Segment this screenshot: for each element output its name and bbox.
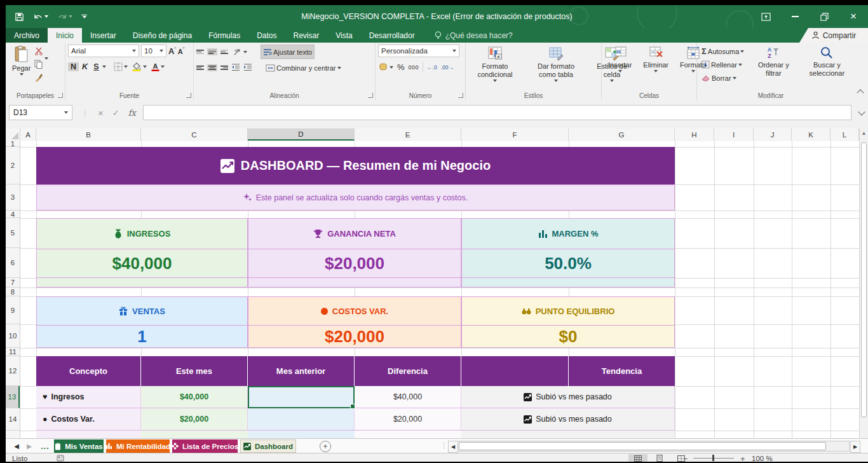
row-header-5[interactable]: 5 bbox=[6, 218, 20, 248]
bold-button[interactable]: N bbox=[68, 62, 79, 71]
horizontal-scroll-thumb[interactable] bbox=[459, 442, 826, 450]
font-size-select[interactable]: 10 bbox=[141, 45, 166, 57]
borders-button[interactable] bbox=[112, 60, 130, 73]
align-left-button[interactable] bbox=[196, 66, 204, 70]
redo-dropdown-caret[interactable] bbox=[69, 15, 72, 18]
expand-formula-bar-button[interactable] bbox=[858, 108, 865, 115]
normal-view-button[interactable] bbox=[628, 454, 648, 462]
row-header-4[interactable]: 4 bbox=[6, 211, 20, 218]
redo-button[interactable] bbox=[57, 13, 72, 21]
decrease-font-button[interactable]: Aˇ bbox=[178, 47, 184, 55]
undo-dropdown-caret[interactable] bbox=[44, 15, 48, 18]
clear-button[interactable]: Borrar bbox=[700, 71, 746, 85]
format-painter-button[interactable] bbox=[34, 73, 48, 85]
column-header-i[interactable]: I bbox=[714, 128, 754, 141]
row-header-14[interactable]: 14 bbox=[6, 408, 20, 431]
new-sheet-button[interactable]: + bbox=[320, 441, 331, 452]
collapse-ribbon-button[interactable] bbox=[857, 89, 864, 96]
table-row-ingresos-difference[interactable]: $40,000 bbox=[355, 386, 461, 408]
sheet-tab-mis-ventas[interactable]: Mis Ventas bbox=[54, 439, 104, 453]
decrease-indent-button[interactable] bbox=[231, 62, 240, 74]
merge-center-button[interactable]: Combinar y centrar bbox=[264, 61, 343, 74]
sheet-nav-left[interactable]: ◀ bbox=[11, 439, 22, 453]
minimize-button[interactable] bbox=[780, 5, 810, 28]
row-header-13[interactable]: 13 bbox=[6, 386, 20, 408]
column-header-k[interactable]: K bbox=[792, 128, 831, 141]
tab-datos[interactable]: Datos bbox=[248, 28, 285, 43]
undo-button[interactable] bbox=[33, 13, 48, 21]
sheet-tab-dashboard[interactable]: Dashboard bbox=[240, 439, 296, 453]
table-row-ingresos-this-month[interactable]: $40,000 bbox=[141, 386, 248, 408]
percent-style-button[interactable]: % bbox=[397, 62, 405, 72]
cancel-formula-button[interactable]: × bbox=[98, 107, 104, 118]
table-row-ingresos-trend[interactable]: Subió vs mes pasado bbox=[461, 386, 675, 408]
increase-font-button[interactable]: Aˆ bbox=[168, 46, 176, 56]
fill-handle[interactable] bbox=[350, 404, 355, 409]
sheet-nav-right[interactable]: ▶ bbox=[24, 439, 35, 453]
enter-formula-button[interactable]: ✓ bbox=[112, 108, 119, 118]
column-header-j[interactable]: J bbox=[754, 128, 792, 141]
zoom-in-button[interactable]: + bbox=[740, 454, 745, 462]
underline-caret[interactable] bbox=[102, 66, 106, 68]
column-header-g[interactable]: G bbox=[569, 128, 675, 141]
align-center-button[interactable] bbox=[207, 64, 217, 71]
clipboard-dialog-launcher[interactable] bbox=[58, 93, 63, 98]
column-header-d[interactable]: D bbox=[248, 128, 355, 141]
font-color-button[interactable]: A bbox=[149, 60, 166, 73]
table-row-costos-trend[interactable]: Subió vs mes pasado bbox=[461, 408, 675, 431]
tab-vista[interactable]: Vista bbox=[327, 28, 360, 43]
restore-button[interactable] bbox=[810, 5, 839, 28]
hscroll-right-arrow[interactable]: ▶ bbox=[850, 441, 860, 453]
align-right-button[interactable] bbox=[220, 66, 228, 70]
row-header-10[interactable]: 10 bbox=[6, 324, 20, 348]
insert-function-button[interactable]: fx bbox=[128, 108, 136, 118]
scroll-up-arrow[interactable]: ▲ bbox=[860, 128, 868, 139]
zoom-slider-thumb[interactable] bbox=[712, 455, 714, 461]
underline-button[interactable]: S bbox=[91, 62, 102, 71]
wrap-text-button[interactable]: Ajustar texto bbox=[261, 45, 315, 59]
row-header-1[interactable]: 1 bbox=[6, 141, 20, 147]
tab-archivo[interactable]: Archivo bbox=[6, 28, 48, 43]
increase-decimal-button[interactable]: ←.0 bbox=[427, 64, 437, 71]
tab-formulas[interactable]: Fórmulas bbox=[200, 28, 248, 43]
row-header-9[interactable]: 9 bbox=[6, 296, 20, 324]
paste-button[interactable]: Pegar bbox=[8, 45, 34, 77]
tab-insertar[interactable]: Insertar bbox=[82, 28, 125, 43]
cut-button[interactable] bbox=[34, 46, 48, 58]
row-header-11[interactable]: 11 bbox=[6, 348, 20, 356]
sort-filter-button[interactable]: AZ Ordenar y filtrar bbox=[750, 45, 797, 78]
number-format-select[interactable]: Personalizada bbox=[378, 45, 459, 57]
row-header-6[interactable]: 6 bbox=[6, 248, 20, 278]
comma-style-button[interactable]: 000 bbox=[409, 64, 419, 71]
tab-diseno-de-pagina[interactable]: Diseño de página bbox=[125, 28, 200, 43]
zoom-level[interactable]: 100 % bbox=[752, 455, 773, 462]
sheet-tab-mi-rentabilidad[interactable]: Mi Rentabilidad bbox=[106, 439, 170, 453]
customize-qat-button[interactable] bbox=[81, 15, 87, 19]
italic-button[interactable]: K bbox=[79, 62, 90, 71]
table-row-costos-concept[interactable]: ● Costos Var. bbox=[36, 408, 141, 431]
row-header-8[interactable]: 8 bbox=[6, 287, 20, 296]
sheet-tab-lista-de-precios[interactable]: Lista de Precios bbox=[172, 439, 238, 453]
row-header-12[interactable]: 12 bbox=[6, 356, 20, 386]
column-header-b[interactable]: B bbox=[36, 128, 141, 141]
fill-color-button[interactable] bbox=[130, 60, 149, 73]
share-button[interactable]: Compartir bbox=[799, 28, 868, 43]
table-row-costos-this-month[interactable]: $20,000 bbox=[141, 408, 248, 431]
alignment-dialog-launcher[interactable] bbox=[368, 93, 373, 98]
align-middle-button[interactable] bbox=[207, 48, 217, 55]
decrease-decimal-button[interactable]: .00→ bbox=[441, 64, 454, 71]
tab-revisar[interactable]: Revisar bbox=[285, 28, 328, 43]
font-name-select[interactable]: Arial bbox=[68, 45, 139, 57]
select-all-corner[interactable] bbox=[6, 128, 20, 141]
tell-me-search[interactable]: ¿Qué desea hacer? bbox=[435, 28, 513, 43]
sheet-tab-overflow[interactable]: ... bbox=[37, 439, 53, 453]
table-row-ingresos-concept[interactable]: ♥ Ingresos bbox=[36, 386, 141, 408]
autosum-button[interactable]: Σ Autosuma bbox=[700, 45, 746, 58]
vertical-scrollbar[interactable]: ▲ bbox=[859, 128, 868, 438]
table-row-costos-difference[interactable]: $20,000 bbox=[355, 408, 461, 431]
column-header-a[interactable]: A bbox=[20, 128, 36, 141]
fill-button[interactable]: Rellenar bbox=[700, 58, 746, 71]
column-header-h[interactable]: H bbox=[675, 128, 714, 141]
currency-format-button[interactable] bbox=[378, 60, 393, 74]
save-button[interactable] bbox=[15, 12, 24, 22]
